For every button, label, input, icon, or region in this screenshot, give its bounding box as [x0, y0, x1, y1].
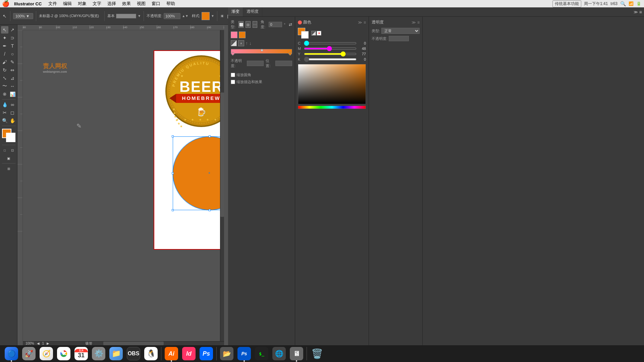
dock-trash[interactable]: 🗑️	[308, 345, 326, 362]
symbol-sprayer[interactable]: ※	[1, 90, 8, 98]
m-slider[interactable]	[304, 48, 357, 50]
dock-browser2[interactable]: 🌐	[270, 345, 288, 362]
stroke-preview[interactable]	[116, 14, 136, 18]
k-slider[interactable]	[304, 58, 357, 60]
eyedropper-tool[interactable]: 💧	[1, 101, 8, 108]
c-slider[interactable]	[304, 42, 357, 44]
menu-effect[interactable]: 效果	[119, 0, 133, 7]
warp-tool[interactable]: 〜	[1, 82, 8, 90]
gradient-angle-input[interactable]: 0	[269, 22, 282, 27]
apple-menu[interactable]: 🍎	[2, 0, 9, 7]
dock-launchpad[interactable]: 🚀	[20, 345, 38, 362]
tab-transparency[interactable]: 透明度	[243, 7, 262, 16]
opacity-input[interactable]	[164, 13, 180, 19]
scale-corners-cb[interactable]	[231, 73, 235, 77]
slice-tool[interactable]: ✂	[1, 109, 8, 116]
color-spectrum[interactable]	[298, 64, 366, 104]
style-swatch[interactable]	[202, 12, 210, 20]
handle-bot-center[interactable]	[209, 209, 211, 211]
menu-type[interactable]: 文字	[90, 0, 104, 7]
reshape-tool[interactable]: ⊿	[9, 74, 16, 82]
magic-wand-tool[interactable]: ✦	[1, 34, 8, 42]
color-type-2[interactable]: ∧	[238, 40, 244, 46]
handle-mid-left[interactable]	[172, 172, 174, 174]
direct-select-tool[interactable]: ↗	[9, 26, 16, 34]
color-panel-close[interactable]	[298, 20, 302, 24]
artboard-tool[interactable]: ⊞	[5, 165, 12, 172]
menu-file[interactable]: 文件	[46, 0, 60, 7]
grad-reverse-arrow[interactable]: ↑	[246, 41, 248, 46]
dock-safari[interactable]: 🧭	[38, 345, 55, 362]
menu-select[interactable]: 选择	[105, 0, 119, 7]
grad-opacity-input[interactable]	[247, 61, 264, 66]
tab-gradient[interactable]: 渐变	[228, 7, 243, 16]
zoom-dropdown[interactable]: 100% ▼	[13, 13, 33, 19]
app-name-menu[interactable]: Illustrator CC	[11, 1, 44, 7]
rotate-tool[interactable]: ↻	[1, 66, 8, 74]
dock-app2[interactable]: 🖥	[288, 345, 305, 362]
dock-qq[interactable]: 🐧	[142, 345, 160, 362]
normal-mode[interactable]: □	[1, 146, 8, 154]
paintbrush-tool[interactable]: 🖌	[1, 58, 8, 66]
pen-tool[interactable]: ✒	[1, 42, 8, 50]
transp-options[interactable]: ≡	[417, 20, 420, 25]
dock-photoshop[interactable]: Ps	[198, 345, 215, 362]
handle-bot-left[interactable]	[172, 209, 174, 211]
width-tool[interactable]: ↔	[9, 82, 16, 90]
transp-expand[interactable]: ≫	[412, 20, 416, 25]
canvas-area[interactable]: 责人网权 webtangren.com ✎ PREMIU QUALITU	[23, 30, 224, 341]
column-graph[interactable]: 📊	[9, 90, 16, 98]
color-panel-menu[interactable]: ≫	[358, 20, 362, 25]
blend-mode-select[interactable]: 正常	[381, 28, 420, 34]
scale-tool[interactable]: ⤡	[1, 74, 8, 82]
menu-window[interactable]: 窗口	[149, 0, 163, 7]
dock-illustrator[interactable]: Ai	[163, 345, 180, 362]
sun-icon[interactable]: ☀	[220, 13, 224, 19]
panel-close-btn[interactable]: ≡	[639, 9, 642, 15]
menu-object[interactable]: 对象	[75, 0, 89, 7]
panel-menu-arrow[interactable]: ≫	[634, 10, 638, 14]
scale-strokes-cb[interactable]	[231, 80, 235, 84]
workspace-label[interactable]: 传统基本功能	[552, 0, 581, 7]
reverse-icon[interactable]: ⇄	[289, 22, 292, 27]
hand-tool[interactable]: ✋	[9, 117, 16, 124]
screen-mode[interactable]: ▣	[5, 155, 12, 162]
dock-ps-extra[interactable]: Ps	[235, 345, 253, 362]
artboard[interactable]: PREMIU QUALITU ★ ★ BEER HOMEBREW 🍺	[154, 50, 224, 250]
gradient-bar-container[interactable]	[231, 49, 292, 54]
dock-folder[interactable]: 📁	[107, 345, 125, 362]
draw-behind[interactable]: ⊡	[9, 146, 16, 154]
menu-view[interactable]: 视图	[134, 0, 148, 7]
pencil-tool[interactable]: ✎	[9, 58, 16, 66]
dock-terminal[interactable]: $_	[253, 345, 270, 362]
dock-sysprefs[interactable]: ⚙️	[90, 345, 107, 362]
dock-calendar[interactable]: 五月 31	[72, 345, 90, 362]
gradient-swatch-pink[interactable]	[231, 32, 237, 38]
dock-chrome[interactable]	[55, 345, 72, 362]
vertical-scrollbar[interactable]	[220, 30, 224, 341]
grad-swap-arrow[interactable]: ↓	[249, 41, 252, 46]
hue-bar[interactable]	[298, 106, 366, 109]
select-tool[interactable]: ↖	[1, 26, 8, 34]
zoom-tool[interactable]: 🔍	[1, 117, 8, 124]
color-panel-options[interactable]: ≡	[364, 20, 366, 25]
transp-opacity-input[interactable]	[389, 36, 409, 41]
line-tool[interactable]: /	[1, 50, 8, 58]
y-slider[interactable]	[304, 53, 357, 55]
dock-indesign[interactable]: Id	[180, 345, 198, 362]
linear-grad-btn[interactable]: ⬜	[238, 21, 244, 28]
dock-obs[interactable]: OBS	[125, 345, 142, 362]
lasso-tool[interactable]: ⊃	[9, 34, 16, 42]
reflect-tool[interactable]: ⇔	[9, 66, 16, 74]
type-tool[interactable]: T	[9, 42, 16, 50]
eraser-tool[interactable]: ◻	[9, 109, 16, 116]
none-toggle[interactable]: ✕	[317, 31, 321, 36]
vscroll-thumb[interactable]	[220, 93, 224, 217]
menu-edit[interactable]: 编辑	[60, 0, 74, 7]
handle-top-left[interactable]	[172, 135, 174, 137]
ellipse-tool[interactable]: ○	[9, 50, 16, 58]
dock-finder[interactable]: 🔵	[3, 345, 20, 362]
search-icon[interactable]: 🔍	[620, 1, 626, 6]
color-type-1[interactable]	[231, 40, 237, 46]
freeform-grad-btn[interactable]: ⋯	[253, 21, 258, 28]
